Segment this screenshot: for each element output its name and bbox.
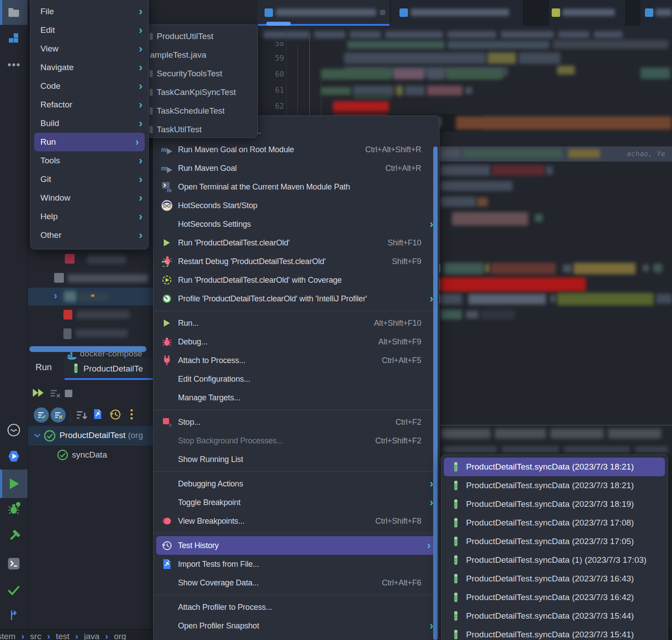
- history-item[interactable]: ProductDetailTest.syncData (2023/7/3 18:…: [441, 476, 668, 495]
- history-item[interactable]: ProductDetailTest.syncData (2023/7/3 17:…: [441, 514, 668, 532]
- show-passed-button[interactable]: [34, 407, 49, 423]
- file-item[interactable]: TaskScheduleTest: [134, 102, 257, 120]
- file-item[interactable]: SecurityToolsTest: [134, 64, 257, 83]
- redacted-code: [405, 86, 425, 95]
- menu-item-build[interactable]: Build: [31, 114, 148, 133]
- history-item[interactable]: ProductDetailTest.syncData (2023/7/3 15:…: [441, 625, 668, 640]
- redacted-code: [344, 52, 486, 64]
- chevron-right-icon[interactable]: ›: [54, 289, 57, 302]
- rerun-tests-button[interactable]: [32, 388, 46, 398]
- menu-item-attach-profiler[interactable]: Attach Profiler to Process...: [154, 598, 439, 616]
- line-number: 59: [266, 54, 284, 63]
- import-tests-button[interactable]: [93, 408, 102, 420]
- build-icon[interactable]: [8, 530, 20, 542]
- breadcrumb[interactable]: stem src test java org: [0, 631, 126, 640]
- file-item[interactable]: ProductUtilTest: [134, 27, 257, 46]
- breadcrumb-item[interactable]: test: [56, 632, 70, 640]
- menu-item-navigate[interactable]: Navigate: [31, 58, 148, 77]
- menu-item-tools[interactable]: Tools: [31, 151, 148, 170]
- menu-item-show-running-list[interactable]: Show Running List: [154, 450, 439, 469]
- hotseconds-avatar-icon: [161, 200, 173, 212]
- run-icon[interactable]: [8, 478, 20, 490]
- menu-item-stop-background[interactable]: Stop Background Processes...Ctrl+Shift+F…: [154, 431, 439, 450]
- menu-item-view-breakpoints[interactable]: View Breakpoints...Ctrl+Shift+F8: [154, 512, 439, 530]
- test-history-button[interactable]: [109, 408, 121, 420]
- sort-by-duration-button[interactable]: [75, 409, 88, 422]
- menu-item-git[interactable]: Git: [31, 170, 148, 189]
- breadcrumb-item[interactable]: java: [84, 632, 99, 640]
- file-item[interactable]: TaskUtilTest: [134, 120, 257, 138]
- file-item[interactable]: ampleTest.java: [134, 46, 257, 64]
- menu-item-debug[interactable]: Debug...Alt+Shift+F9: [154, 332, 439, 351]
- modules-icon[interactable]: [8, 33, 19, 43]
- clear-list-button[interactable]: [50, 389, 61, 399]
- menu-item-test-history[interactable]: Test History: [156, 536, 436, 555]
- pipeline-run-icon[interactable]: [7, 450, 20, 462]
- redacted-code: [444, 263, 484, 274]
- menu-item-hotseconds-settings[interactable]: HotSeconds Settings: [154, 215, 439, 233]
- history-item[interactable]: ProductDetailTest.syncData (2023/7/3 17:…: [441, 532, 668, 551]
- breadcrumb-item[interactable]: src: [30, 632, 41, 640]
- services-icon[interactable]: [7, 423, 20, 437]
- menu-item-run[interactable]: Run...Alt+Shift+F10: [154, 314, 439, 332]
- menu-item-hotseconds-startstop[interactable]: HotSeconds Start/Stop: [154, 196, 439, 215]
- history-item[interactable]: ProductDetailTest.syncData (1) (2023/7/3…: [441, 551, 668, 569]
- scrollbar-horizontal[interactable]: [29, 346, 146, 352]
- menu-item-stop[interactable]: Stop...Ctrl+F2: [154, 413, 439, 431]
- menu-item-open-profiler-snapshot[interactable]: Open Profiler Snapshot: [154, 616, 439, 635]
- menu-item-refactor[interactable]: Refactor: [31, 95, 148, 114]
- commit-check-icon[interactable]: [8, 584, 20, 597]
- menu-item-manage-targets[interactable]: Manage Targets...: [154, 388, 439, 407]
- redacted-tab-title: [276, 9, 376, 16]
- project-folder-icon[interactable]: [8, 7, 20, 18]
- submenu-scrollbar[interactable]: [433, 146, 438, 640]
- run-submenu: Run New Maven Goal... Run Maven Goal on …: [153, 115, 439, 640]
- history-item[interactable]: ProductDetailTest.syncData (2023/7/3 18:…: [444, 458, 665, 476]
- test-method-name[interactable]: syncData: [72, 450, 107, 460]
- debug-bug-icon: [161, 336, 173, 348]
- menu-item-show-coverage-data[interactable]: Show Coverage Data...Ctrl+Alt+F6: [154, 573, 439, 592]
- menu-item-edit[interactable]: Edit: [31, 21, 148, 40]
- menu-item-file[interactable]: File: [31, 2, 148, 21]
- redacted-code: [653, 264, 662, 273]
- stop-icon: [161, 416, 173, 428]
- history-item[interactable]: ProductDetailTest.syncData (2023/7/3 16:…: [441, 569, 668, 588]
- history-item[interactable]: ProductDetailTest.syncData (2023/7/3 16:…: [441, 588, 668, 607]
- menu-item-run-with-coverage[interactable]: Run 'ProductDetailTest.clearOld' with Co…: [154, 271, 439, 289]
- menu-item-edit-configurations[interactable]: Edit Configurations...: [154, 370, 439, 388]
- menu-item-attach-to-process[interactable]: Attach to Process...Ctrl+Alt+F5: [154, 351, 439, 370]
- redacted-tab-title: [656, 9, 672, 16]
- breadcrumb-item[interactable]: stem: [0, 632, 16, 640]
- more-tool-windows-icon[interactable]: [8, 63, 20, 67]
- menu-item-view[interactable]: View: [31, 40, 148, 58]
- debug-icon[interactable]: [8, 503, 20, 515]
- history-item[interactable]: ProductDetailTest.syncData (2023/7/3 18:…: [441, 495, 668, 514]
- menu-item-run[interactable]: Run: [34, 133, 145, 151]
- menu-item-run-maven-goal-root[interactable]: Run Maven Goal on Root ModuleCtrl+Alt+Sh…: [154, 140, 439, 159]
- show-failed-button[interactable]: [51, 407, 66, 423]
- menu-item-toggle-breakpoint[interactable]: Toggle Breakpoint: [154, 493, 439, 512]
- main-menu-popup: File Edit View Navigate Code Refactor Bu…: [30, 0, 149, 249]
- menu-item-restart-debug-clearold[interactable]: Restart Debug 'ProductDetailTest.clearOl…: [154, 252, 439, 271]
- menu-item-window[interactable]: Window: [31, 189, 148, 207]
- git-branch-icon[interactable]: [8, 609, 20, 621]
- menu-item-help[interactable]: Help: [31, 207, 148, 226]
- menu-item-debugging-actions[interactable]: Debugging Actions: [154, 474, 439, 493]
- menu-item-open-terminal-maven[interactable]: Open Terminal at the Current Maven Modul…: [154, 178, 439, 196]
- chevron-down-icon[interactable]: [34, 433, 41, 438]
- tab-scroll-thumb[interactable]: [266, 22, 291, 26]
- stop-button-disabled[interactable]: [65, 390, 72, 397]
- more-options-kebab[interactable]: [130, 409, 133, 419]
- menu-item-run-maven-goal[interactable]: Run Maven GoalCtrl+Alt+R: [154, 159, 439, 178]
- menu-item-import-tests[interactable]: Import Tests from File...: [154, 555, 439, 573]
- menu-item-run-clearold[interactable]: Run 'ProductDetailTest.clearOld'Shift+F1…: [154, 233, 439, 252]
- breadcrumb-item[interactable]: org: [114, 632, 126, 640]
- menu-item-other[interactable]: Other: [31, 226, 148, 245]
- history-item[interactable]: ProductDetailTest.syncData (2023/7/3 15:…: [441, 607, 668, 625]
- menu-item-code[interactable]: Code: [31, 77, 148, 95]
- debug-badge-dot: [16, 502, 20, 506]
- file-item[interactable]: TaskCanKpiSyncTest: [134, 83, 257, 102]
- terminal-icon[interactable]: [8, 557, 20, 570]
- menu-item-profile-clearold[interactable]: Profile 'ProductDetailTest.clearOld' wit…: [154, 289, 439, 308]
- run-panel-title[interactable]: Run: [36, 362, 52, 372]
